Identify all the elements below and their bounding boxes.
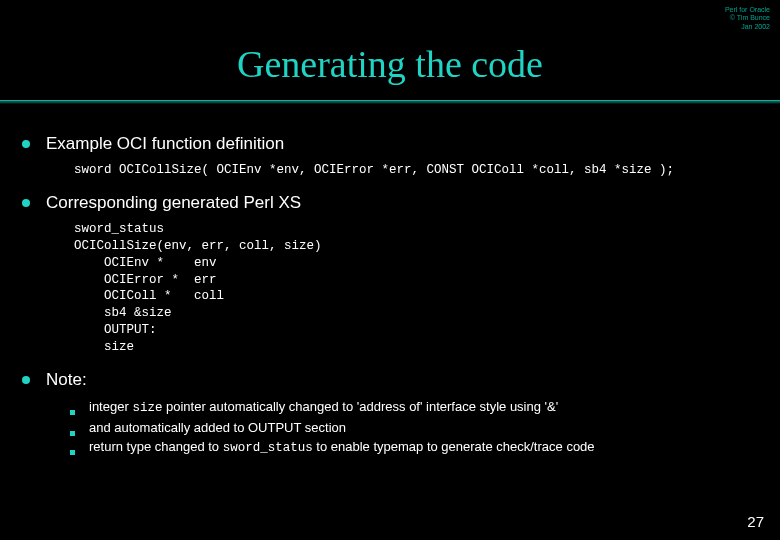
list-item: and automatically added to OUTPUT sectio…: [70, 419, 756, 437]
bullet-row: Corresponding generated Perl XS: [18, 193, 756, 213]
text-pre: integer: [89, 399, 132, 414]
square-bullet-icon: [70, 450, 75, 455]
slide-content: Example OCI function definition sword OC…: [0, 134, 780, 457]
square-bullet-icon: [70, 431, 75, 436]
page-number: 27: [747, 513, 764, 530]
header-line2: © Tim Bunce: [725, 14, 770, 22]
list-item: integer size pointer automatically chang…: [70, 398, 756, 417]
bullet-label: Corresponding generated Perl XS: [46, 193, 301, 213]
bullet-row: Note:: [18, 370, 756, 390]
bullet-label: Example OCI function definition: [46, 134, 284, 154]
list-item: return type changed to sword_status to e…: [70, 438, 756, 457]
text-post: to enable typemap to generate check/trac…: [313, 439, 595, 454]
header-line1: Perl for Oracle: [725, 6, 770, 14]
section-note: Note: integer size pointer automatically…: [18, 370, 756, 457]
header-line3: Jan 2002: [725, 23, 770, 31]
mono-size: size: [132, 401, 162, 415]
note-item-a: integer size pointer automatically chang…: [89, 398, 558, 417]
title-divider: [0, 100, 780, 104]
note-item-b: and automatically added to OUTPUT sectio…: [89, 419, 346, 437]
header-meta: Perl for Oracle © Tim Bunce Jan 2002: [725, 6, 770, 31]
mono-sword-status: sword_status: [223, 441, 313, 455]
square-bullet-icon: [70, 410, 75, 415]
section-perl-xs: Corresponding generated Perl XS sword_st…: [18, 193, 756, 356]
code-perl-xs: sword_status OCICollSize(env, err, coll,…: [18, 221, 756, 356]
bullet-label: Note:: [46, 370, 87, 390]
text-post: pointer automatically changed to 'addres…: [162, 399, 558, 414]
note-sublist: integer size pointer automatically chang…: [18, 398, 756, 457]
bullet-row: Example OCI function definition: [18, 134, 756, 154]
slide-title: Generating the code: [0, 0, 780, 100]
code-example-oci: sword OCICollSize( OCIEnv *env, OCIError…: [18, 162, 756, 179]
bullet-icon: [22, 140, 30, 148]
bullet-icon: [22, 199, 30, 207]
note-item-c: return type changed to sword_status to e…: [89, 438, 595, 457]
text-pre: return type changed to: [89, 439, 223, 454]
bullet-icon: [22, 376, 30, 384]
section-example-oci: Example OCI function definition sword OC…: [18, 134, 756, 179]
